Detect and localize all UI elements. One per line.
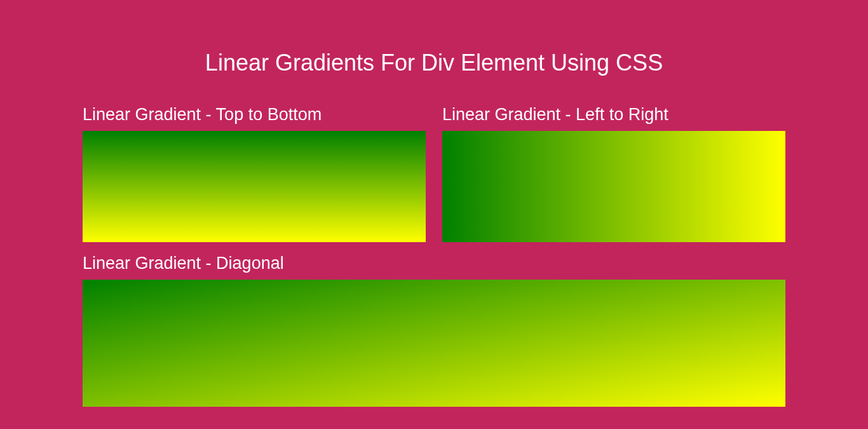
example-diagonal: Linear Gradient - Diagonal (83, 254, 785, 407)
page-title: Linear Gradients For Div Element Using C… (83, 0, 785, 105)
main-container: Linear Gradients For Div Element Using C… (0, 0, 868, 407)
heading-left-right: Linear Gradient - Left to Right (442, 105, 785, 125)
example-left-right: Linear Gradient - Left to Right (442, 105, 785, 242)
example-top-bottom: Linear Gradient - Top to Bottom (83, 105, 426, 242)
examples-row-1: Linear Gradient - Top to Bottom Linear G… (83, 105, 785, 242)
gradient-box-left-right (442, 131, 785, 242)
heading-diagonal: Linear Gradient - Diagonal (83, 254, 785, 273)
heading-top-bottom: Linear Gradient - Top to Bottom (83, 105, 426, 125)
gradient-box-diagonal (83, 280, 785, 407)
gradient-box-top-bottom (83, 131, 426, 242)
